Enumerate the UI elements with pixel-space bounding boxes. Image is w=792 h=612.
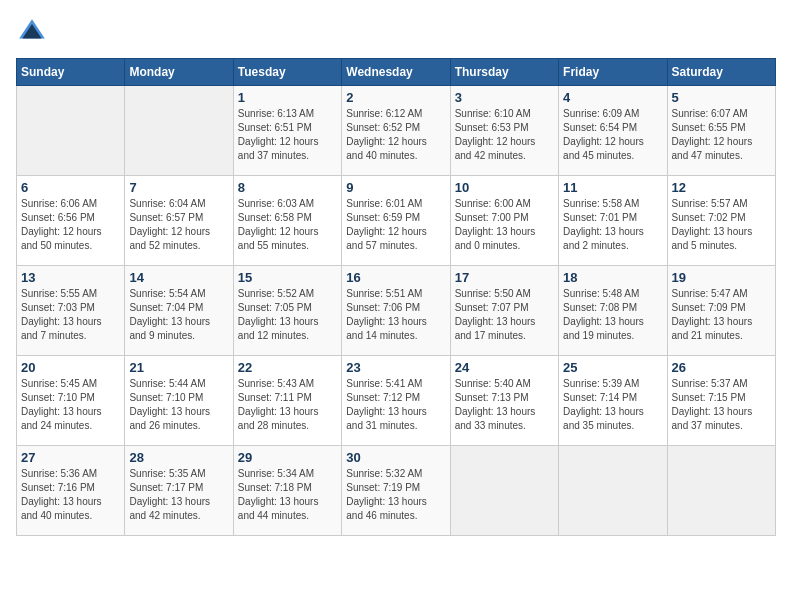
calendar-cell: 2Sunrise: 6:12 AM Sunset: 6:52 PM Daylig… [342, 86, 450, 176]
day-number: 18 [563, 270, 662, 285]
day-info: Sunrise: 6:12 AM Sunset: 6:52 PM Dayligh… [346, 107, 445, 163]
calendar-cell [667, 446, 775, 536]
calendar-cell: 19Sunrise: 5:47 AM Sunset: 7:09 PM Dayli… [667, 266, 775, 356]
day-info: Sunrise: 5:36 AM Sunset: 7:16 PM Dayligh… [21, 467, 120, 523]
calendar-table: SundayMondayTuesdayWednesdayThursdayFrid… [16, 58, 776, 536]
day-info: Sunrise: 5:47 AM Sunset: 7:09 PM Dayligh… [672, 287, 771, 343]
day-number: 9 [346, 180, 445, 195]
calendar-cell: 22Sunrise: 5:43 AM Sunset: 7:11 PM Dayli… [233, 356, 341, 446]
calendar-cell: 8Sunrise: 6:03 AM Sunset: 6:58 PM Daylig… [233, 176, 341, 266]
calendar-cell: 4Sunrise: 6:09 AM Sunset: 6:54 PM Daylig… [559, 86, 667, 176]
day-info: Sunrise: 5:41 AM Sunset: 7:12 PM Dayligh… [346, 377, 445, 433]
day-info: Sunrise: 5:55 AM Sunset: 7:03 PM Dayligh… [21, 287, 120, 343]
calendar-cell: 28Sunrise: 5:35 AM Sunset: 7:17 PM Dayli… [125, 446, 233, 536]
day-number: 25 [563, 360, 662, 375]
day-info: Sunrise: 5:43 AM Sunset: 7:11 PM Dayligh… [238, 377, 337, 433]
day-info: Sunrise: 5:39 AM Sunset: 7:14 PM Dayligh… [563, 377, 662, 433]
week-row-2: 6Sunrise: 6:06 AM Sunset: 6:56 PM Daylig… [17, 176, 776, 266]
day-info: Sunrise: 5:34 AM Sunset: 7:18 PM Dayligh… [238, 467, 337, 523]
calendar-cell: 29Sunrise: 5:34 AM Sunset: 7:18 PM Dayli… [233, 446, 341, 536]
day-info: Sunrise: 6:03 AM Sunset: 6:58 PM Dayligh… [238, 197, 337, 253]
day-number: 17 [455, 270, 554, 285]
logo [16, 16, 52, 48]
week-row-1: 1Sunrise: 6:13 AM Sunset: 6:51 PM Daylig… [17, 86, 776, 176]
day-number: 20 [21, 360, 120, 375]
day-info: Sunrise: 5:58 AM Sunset: 7:01 PM Dayligh… [563, 197, 662, 253]
day-number: 19 [672, 270, 771, 285]
day-info: Sunrise: 5:57 AM Sunset: 7:02 PM Dayligh… [672, 197, 771, 253]
calendar-cell: 21Sunrise: 5:44 AM Sunset: 7:10 PM Dayli… [125, 356, 233, 446]
day-number: 8 [238, 180, 337, 195]
calendar-cell: 17Sunrise: 5:50 AM Sunset: 7:07 PM Dayli… [450, 266, 558, 356]
calendar-cell: 5Sunrise: 6:07 AM Sunset: 6:55 PM Daylig… [667, 86, 775, 176]
calendar-cell: 11Sunrise: 5:58 AM Sunset: 7:01 PM Dayli… [559, 176, 667, 266]
calendar-cell: 6Sunrise: 6:06 AM Sunset: 6:56 PM Daylig… [17, 176, 125, 266]
calendar-cell: 30Sunrise: 5:32 AM Sunset: 7:19 PM Dayli… [342, 446, 450, 536]
day-info: Sunrise: 5:35 AM Sunset: 7:17 PM Dayligh… [129, 467, 228, 523]
day-info: Sunrise: 5:52 AM Sunset: 7:05 PM Dayligh… [238, 287, 337, 343]
header-cell-thursday: Thursday [450, 59, 558, 86]
day-info: Sunrise: 6:06 AM Sunset: 6:56 PM Dayligh… [21, 197, 120, 253]
day-number: 13 [21, 270, 120, 285]
day-number: 5 [672, 90, 771, 105]
calendar-cell: 10Sunrise: 6:00 AM Sunset: 7:00 PM Dayli… [450, 176, 558, 266]
calendar-cell: 9Sunrise: 6:01 AM Sunset: 6:59 PM Daylig… [342, 176, 450, 266]
calendar-header: SundayMondayTuesdayWednesdayThursdayFrid… [17, 59, 776, 86]
day-info: Sunrise: 5:50 AM Sunset: 7:07 PM Dayligh… [455, 287, 554, 343]
day-number: 6 [21, 180, 120, 195]
calendar-cell: 20Sunrise: 5:45 AM Sunset: 7:10 PM Dayli… [17, 356, 125, 446]
header-cell-monday: Monday [125, 59, 233, 86]
page-header [16, 16, 776, 48]
day-number: 12 [672, 180, 771, 195]
calendar-cell [559, 446, 667, 536]
calendar-cell: 26Sunrise: 5:37 AM Sunset: 7:15 PM Dayli… [667, 356, 775, 446]
header-cell-friday: Friday [559, 59, 667, 86]
day-info: Sunrise: 5:44 AM Sunset: 7:10 PM Dayligh… [129, 377, 228, 433]
day-info: Sunrise: 6:07 AM Sunset: 6:55 PM Dayligh… [672, 107, 771, 163]
calendar-cell: 14Sunrise: 5:54 AM Sunset: 7:04 PM Dayli… [125, 266, 233, 356]
day-number: 26 [672, 360, 771, 375]
header-cell-sunday: Sunday [17, 59, 125, 86]
day-number: 10 [455, 180, 554, 195]
day-number: 16 [346, 270, 445, 285]
day-info: Sunrise: 6:04 AM Sunset: 6:57 PM Dayligh… [129, 197, 228, 253]
header-cell-wednesday: Wednesday [342, 59, 450, 86]
day-info: Sunrise: 5:54 AM Sunset: 7:04 PM Dayligh… [129, 287, 228, 343]
day-number: 11 [563, 180, 662, 195]
day-info: Sunrise: 6:09 AM Sunset: 6:54 PM Dayligh… [563, 107, 662, 163]
day-number: 7 [129, 180, 228, 195]
day-number: 27 [21, 450, 120, 465]
day-info: Sunrise: 5:45 AM Sunset: 7:10 PM Dayligh… [21, 377, 120, 433]
calendar-cell: 27Sunrise: 5:36 AM Sunset: 7:16 PM Dayli… [17, 446, 125, 536]
day-info: Sunrise: 6:00 AM Sunset: 7:00 PM Dayligh… [455, 197, 554, 253]
calendar-cell [125, 86, 233, 176]
week-row-4: 20Sunrise: 5:45 AM Sunset: 7:10 PM Dayli… [17, 356, 776, 446]
day-number: 22 [238, 360, 337, 375]
day-info: Sunrise: 5:37 AM Sunset: 7:15 PM Dayligh… [672, 377, 771, 433]
day-info: Sunrise: 5:48 AM Sunset: 7:08 PM Dayligh… [563, 287, 662, 343]
day-number: 4 [563, 90, 662, 105]
day-number: 14 [129, 270, 228, 285]
calendar-cell: 23Sunrise: 5:41 AM Sunset: 7:12 PM Dayli… [342, 356, 450, 446]
day-info: Sunrise: 5:51 AM Sunset: 7:06 PM Dayligh… [346, 287, 445, 343]
day-info: Sunrise: 6:01 AM Sunset: 6:59 PM Dayligh… [346, 197, 445, 253]
day-info: Sunrise: 6:10 AM Sunset: 6:53 PM Dayligh… [455, 107, 554, 163]
calendar-cell: 15Sunrise: 5:52 AM Sunset: 7:05 PM Dayli… [233, 266, 341, 356]
calendar-cell: 16Sunrise: 5:51 AM Sunset: 7:06 PM Dayli… [342, 266, 450, 356]
week-row-5: 27Sunrise: 5:36 AM Sunset: 7:16 PM Dayli… [17, 446, 776, 536]
day-number: 28 [129, 450, 228, 465]
calendar-body: 1Sunrise: 6:13 AM Sunset: 6:51 PM Daylig… [17, 86, 776, 536]
day-number: 29 [238, 450, 337, 465]
calendar-cell: 25Sunrise: 5:39 AM Sunset: 7:14 PM Dayli… [559, 356, 667, 446]
calendar-cell: 12Sunrise: 5:57 AM Sunset: 7:02 PM Dayli… [667, 176, 775, 266]
calendar-cell: 7Sunrise: 6:04 AM Sunset: 6:57 PM Daylig… [125, 176, 233, 266]
calendar-cell: 18Sunrise: 5:48 AM Sunset: 7:08 PM Dayli… [559, 266, 667, 356]
header-cell-saturday: Saturday [667, 59, 775, 86]
logo-icon [16, 16, 48, 48]
day-number: 21 [129, 360, 228, 375]
calendar-cell: 13Sunrise: 5:55 AM Sunset: 7:03 PM Dayli… [17, 266, 125, 356]
day-number: 23 [346, 360, 445, 375]
calendar-cell: 1Sunrise: 6:13 AM Sunset: 6:51 PM Daylig… [233, 86, 341, 176]
day-number: 1 [238, 90, 337, 105]
calendar-cell [450, 446, 558, 536]
